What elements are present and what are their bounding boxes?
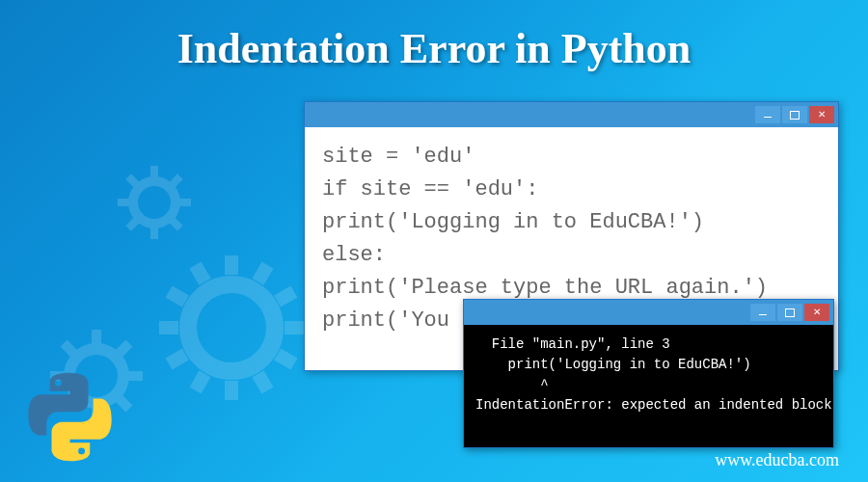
svg-rect-1 [150,166,158,177]
minimize-button[interactable] [755,106,780,123]
svg-rect-26 [128,371,143,381]
code-line: print('Logging in to EduCBA!') [322,206,821,239]
terminal-line: IndentationError: expected an indented b… [475,395,822,415]
svg-rect-11 [225,381,238,400]
svg-rect-3 [118,199,129,206]
terminal-content: File "main.py", line 3 print('Logging in… [464,325,833,425]
code-line: else: [322,239,821,272]
minimize-button[interactable] [750,304,775,321]
terminal-titlebar [464,300,833,325]
svg-rect-13 [285,321,304,335]
svg-rect-23 [92,330,101,344]
terminal-line: ^ [475,375,822,395]
terminal-line: File "main.py", line 3 [475,335,822,355]
terminal-window: File "main.py", line 3 print('Logging in… [463,299,834,448]
svg-rect-12 [159,321,178,335]
close-button[interactable] [809,106,834,123]
terminal-line: print('Logging in to EduCBA!') [475,355,822,375]
svg-rect-10 [225,255,238,275]
maximize-button[interactable] [782,106,807,123]
code-line: site = 'edu' [322,141,821,174]
svg-point-9 [188,284,275,371]
code-line: if site == 'edu': [322,174,821,206]
svg-point-0 [133,181,176,224]
code-window-titlebar [305,102,838,127]
close-button[interactable] [804,304,829,321]
svg-rect-2 [150,228,158,239]
python-logo-icon [24,371,116,463]
maximize-button[interactable] [777,304,802,321]
svg-rect-4 [179,199,191,206]
page-title: Indentation Error in Python [0,0,868,73]
footer-url: www.educba.com [715,450,839,470]
